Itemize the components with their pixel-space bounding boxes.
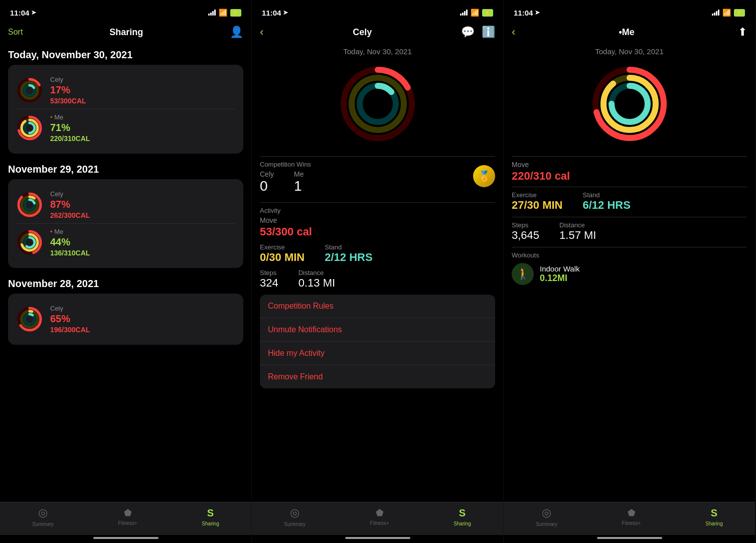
back-button-3[interactable]: ‹ <box>512 26 515 39</box>
nav-bar-3: ‹ •Me ⬆ <box>504 22 755 44</box>
me-exercise-val: 27/30 MIN <box>512 199 563 212</box>
divider-1 <box>260 156 495 157</box>
status-time-1: 11:04 ➤ <box>10 9 36 17</box>
activity-card-nov28[interactable]: Cely 65% 196/300CAL <box>8 294 243 345</box>
tab-fitness-2[interactable]: ⬟ Fitness+ <box>370 507 389 526</box>
signal-bars-3 <box>712 10 719 16</box>
me-divider-4 <box>512 247 747 247</box>
tab-summary-1[interactable]: ◎ Summary <box>32 506 54 527</box>
nav-title-3: •Me <box>619 27 635 38</box>
tab-sharing-1[interactable]: S Sharing <box>202 507 219 526</box>
tab-sharing-2[interactable]: S Sharing <box>453 507 471 526</box>
chat-icon[interactable]: 💬 <box>461 26 475 39</box>
me-today-row[interactable]: • Me 71% 220/310CAL <box>16 109 235 147</box>
me-exercise-label: Exercise <box>512 191 563 199</box>
me-steps-val: 3,645 <box>512 229 539 242</box>
add-friend-icon[interactable]: 👤 <box>230 26 243 39</box>
battery-icon-3: ⚡ <box>734 9 745 17</box>
cely-today-cal: 53/300CAL <box>50 97 86 105</box>
status-bar-2: 11:04 ➤ 📶 ⚡ <box>252 0 503 22</box>
sort-button[interactable]: Sort <box>8 28 23 37</box>
walk-icon: 🚶 <box>516 267 530 281</box>
me-today-name: • Me <box>50 113 90 121</box>
exercise-col: Exercise 0/30 MIN <box>260 243 305 264</box>
cely-nov28-percent: 65% <box>50 313 90 325</box>
me-rings-center <box>512 59 747 152</box>
tab-fitness-3[interactable]: ⬟ Fitness+ <box>622 507 641 526</box>
time-1: 11:04 <box>10 9 29 17</box>
section-header-nov29: November 29, 2021 <box>8 159 243 179</box>
cely-nov29-name: Cely <box>50 190 90 198</box>
cely-content: Today, Nov 30, 2021 Competition Wins Cel… <box>252 44 503 502</box>
tab-fitness-1[interactable]: ⬟ Fitness+ <box>118 507 137 526</box>
me-divider-3 <box>512 217 747 217</box>
tab-bar-1: ◎ Summary ⬟ Fitness+ S Sharing <box>0 502 251 535</box>
me-comp-score: 1 <box>294 178 304 194</box>
cely-today-percent: 17% <box>50 84 86 96</box>
status-time-3: 11:04 ➤ <box>514 9 540 17</box>
signal-bars-2 <box>460 10 468 16</box>
steps-label: Steps <box>260 269 278 277</box>
me-exercise-stand-row: Exercise 27/30 MIN Stand 6/12 HRS <box>512 191 747 212</box>
tab-summary-3[interactable]: ◎ Summary <box>536 506 557 527</box>
info-icon[interactable]: ℹ️ <box>482 26 495 39</box>
panel-sharing-list: 11:04 ➤ 📶 ⚡ Sort Sharing 👤 Today, Novemb… <box>0 0 252 543</box>
workout-icon-bg: 🚶 <box>512 263 534 285</box>
workout-name: Indoor Walk <box>540 264 579 273</box>
competition-badge: 🏅 <box>473 165 495 187</box>
signal-bar-6 <box>462 13 464 16</box>
signal-bar-7 <box>464 11 466 16</box>
cely-today-row[interactable]: Cely 17% 53/300CAL <box>16 72 235 109</box>
cely-nov28-info: Cely 65% 196/300CAL <box>50 305 90 334</box>
signal-bar-5 <box>460 14 462 16</box>
location-icon-1: ➤ <box>31 9 36 16</box>
me-dot-1: • <box>50 113 54 121</box>
status-bar-3: 11:04 ➤ 📶 ⚡ <box>504 0 755 22</box>
tab-summary-2[interactable]: ◎ Summary <box>284 506 306 527</box>
nav-right-2: 💬 ℹ️ <box>461 26 495 39</box>
panel-cely-detail: 11:04 ➤ 📶 ⚡ ‹ Cely 💬 ℹ️ Today, Nov 30, 2… <box>252 0 504 543</box>
me-nov29-row[interactable]: • Me 44% 136/310CAL <box>16 224 235 261</box>
tab-bar-2: ◎ Summary ⬟ Fitness+ S Sharing <box>252 502 503 535</box>
signal-bar-4 <box>214 10 216 16</box>
fitness-icon-2: ⬟ <box>376 507 384 518</box>
fitness-icon-3: ⬟ <box>628 507 636 518</box>
workout-row-1[interactable]: 🚶 Indoor Walk 0.12MI <box>512 263 747 285</box>
cely-nov28-row[interactable]: Cely 65% 196/300CAL <box>16 301 235 338</box>
share-icon[interactable]: ⬆ <box>738 26 747 39</box>
me-content: Today, Nov 30, 2021 Move 220/310 cal Exe… <box>504 44 755 502</box>
me-today-percent: 71% <box>50 122 90 133</box>
exercise-stand-row: Exercise 0/30 MIN Stand 2/12 HRS <box>260 243 495 264</box>
competition-rules-item[interactable]: Competition Rules <box>260 295 495 318</box>
signal-bar-2 <box>210 13 212 16</box>
me-large-ring <box>589 64 670 144</box>
me-move-val: 220/310 cal <box>512 170 747 183</box>
sharing-icon-1: S <box>207 507 214 519</box>
tab-sharing-3[interactable]: S Sharing <box>705 507 722 526</box>
section-header-today: Today, November 30, 2021 <box>8 44 243 65</box>
steps-col: Steps 324 <box>260 269 278 290</box>
time-3: 11:04 <box>514 9 533 17</box>
nav-right-3: ⬆ <box>738 26 747 39</box>
cely-comp-name: Cely <box>260 170 274 178</box>
hide-activity-item[interactable]: Hide my Activity <box>260 342 495 365</box>
summary-icon-2: ◎ <box>290 506 299 519</box>
me-today-cal: 220/310CAL <box>50 134 90 143</box>
move-label: Move <box>260 216 495 224</box>
remove-friend-item[interactable]: Remove Friend <box>260 365 495 388</box>
cely-nov29-row[interactable]: Cely 87% 262/300CAL <box>16 186 235 224</box>
unmute-notifications-item[interactable]: Unmute Notifications <box>260 318 495 342</box>
me-distance-label: Distance <box>559 221 596 229</box>
me-today-ring <box>16 114 43 142</box>
activity-card-nov29[interactable]: Cely 87% 262/300CAL <box>8 179 243 268</box>
tab-fitness-label-1: Fitness+ <box>118 520 137 526</box>
cely-comp-score: 0 <box>260 178 274 194</box>
back-button-2[interactable]: ‹ <box>260 26 263 39</box>
signal-bar-9 <box>712 14 713 16</box>
me-nov29-info: • Me 44% 136/310CAL <box>50 228 90 257</box>
activity-card-today[interactable]: Cely 17% 53/300CAL <box>8 65 243 154</box>
me-nov29-cal: 136/310CAL <box>50 249 90 257</box>
tab-summary-label-3: Summary <box>536 521 557 527</box>
time-2: 11:04 <box>262 9 281 17</box>
signal-bar-8 <box>466 10 468 16</box>
